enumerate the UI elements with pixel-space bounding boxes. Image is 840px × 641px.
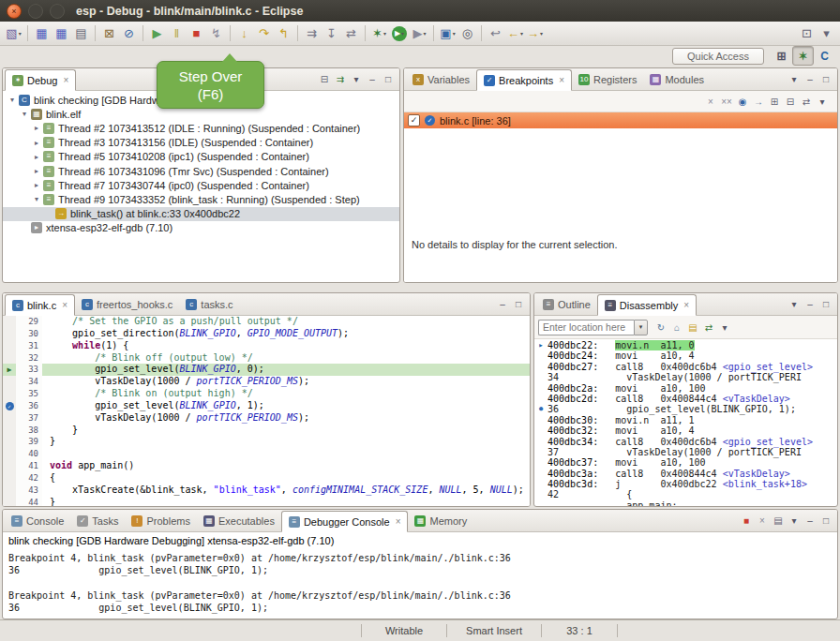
tab-modules[interactable]: ▦Modules [643,69,711,90]
tab-breakpoints[interactable]: ✓Breakpoints× [476,69,572,91]
editor-line[interactable]: 34 vTaskDelay(1000 / portTICK_PERIOD_MS)… [3,376,530,388]
editor-marker-bar[interactable] [3,472,16,484]
editor-line[interactable]: 32 /* Blink off (output low) */ [3,352,530,365]
quick-access-button[interactable]: Quick Access [672,48,764,65]
editor-marker-bar[interactable] [3,448,16,460]
tab-registers[interactable]: 10Registers [572,69,643,90]
editor-marker-bar[interactable] [3,484,16,497]
editor-marker-bar[interactable] [3,436,16,448]
breakpoint-checkbox[interactable]: ✓ [408,114,420,127]
console-output[interactable]: Breakpoint 4, blink_task (pvParameter=0x… [3,546,837,619]
close-tab-icon[interactable]: × [683,300,689,310]
minimize-icon[interactable]: – [495,297,510,312]
editor-line[interactable]: ▶33 gpio_set_level(BLINK_GPIO, 0); [3,364,530,376]
editor-marker-bar[interactable] [3,316,16,328]
new-cpp-project-icon[interactable]: ▣▾ [439,24,457,43]
editor-line[interactable]: 42{ [3,472,530,484]
editor-line[interactable]: 30 gpio_set_direction(BLINK_GPIO, GPIO_M… [3,328,530,340]
close-tab-icon[interactable]: × [62,300,68,310]
back-icon[interactable]: ←▾ [506,24,524,43]
sync-active-context-icon[interactable]: ⇄ [701,320,716,335]
new-wizard-icon[interactable]: ▧▾ [5,24,22,43]
clear-console-icon[interactable]: ▤ [771,514,786,529]
minimize-icon[interactable]: – [802,297,818,312]
show-source-icon[interactable]: ▤ [685,320,700,335]
editor-line[interactable]: 41void app_main() [3,460,530,472]
terminate-console-icon[interactable]: ■ [739,514,754,529]
close-tab-icon[interactable]: × [396,516,401,527]
last-edit-location-icon[interactable]: ↩ [487,24,504,43]
debug-tree-item[interactable]: ▸≡Thread #2 1073413512 (IDLE : Running) … [3,121,399,135]
editor-line[interactable]: 43 xTaskCreate(&blink_task, "blink_task"… [3,484,530,497]
tree-expander-icon[interactable]: ▸ [31,124,42,132]
drop-to-frame-icon[interactable]: ↧ [322,24,340,43]
debug-tree-item[interactable]: ▸≡Thread #5 1073410208 (ipc1) (Suspended… [3,150,399,164]
tab-executables[interactable]: ▦Executables [197,511,281,531]
disassembly-row[interactable]: 400dbc30: movi.n a11, 1 [534,415,837,425]
disassembly-row[interactable]: 37 vTaskDelay(1000 / portTICK_PERI [534,447,837,457]
run-icon[interactable]: ▶▾ [392,26,407,41]
toolbar-overflow-icon[interactable]: ▾ [818,24,835,43]
disassembly-row[interactable]: 42 { [534,489,837,499]
disassembly-row[interactable]: app_main: [534,500,837,506]
build-icon[interactable]: ⊠ [100,24,118,43]
minimize-button[interactable] [28,4,43,19]
debug-tree-item[interactable]: ▸≡Thread #7 1073430744 (ipc0) (Suspended… [3,178,399,192]
editor-line[interactable]: 35 /* Blink on (output high) */ [3,388,530,400]
remove-breakpoint-icon[interactable]: × [703,94,718,109]
disconnect-icon[interactable]: ↯ [207,24,225,43]
editor-marker-bar[interactable] [3,340,16,352]
editor-marker-bar[interactable] [3,352,16,365]
search-icon[interactable]: ◎ [458,24,476,43]
editor-marker-bar[interactable] [3,497,16,506]
editor-line[interactable]: 44} [3,497,530,506]
editor-marker-bar[interactable] [3,376,16,388]
editor-line[interactable]: 29 /* Set the GPIO as a push/pull output… [3,316,530,328]
collapse-all-icon[interactable]: ⊟ [783,94,798,109]
disassembly-menu-icon[interactable]: ▾ [717,320,732,335]
breakpoint-row[interactable]: ✓ ✓ blink.c [line: 36] [404,112,837,128]
disassembly-row[interactable]: 400dbc37: movi a10, 100 [534,457,837,468]
debug-tree-item[interactable]: ▸xtensa-esp32-elf-gdb (7.10) [3,221,399,235]
breakpoints-menu-icon[interactable]: ▾ [815,94,830,109]
maximize-icon[interactable]: □ [818,514,833,529]
debug-tree-item[interactable]: →blink_task() at blink.c:33 0x400dbc22 [3,207,399,221]
editor-marker-bar[interactable] [3,388,16,400]
maximize-icon[interactable]: □ [381,72,396,87]
tab-variables[interactable]: xVariables [406,69,476,90]
disassembly-row[interactable]: 400dbc3d: j 0x400dbc22 <blink_task+18> [534,479,837,489]
location-dropdown-icon[interactable]: ▾ [634,320,648,335]
step-return-icon[interactable]: ↰ [275,24,292,43]
debug-perspective-button[interactable]: ✶ [792,46,814,66]
tab-disassembly[interactable]: ≡Disassembly× [597,294,697,316]
disassembly-row[interactable]: 400dbc3a: call8 0x400844c4 <vTaskDelay> [534,469,837,479]
tab-console[interactable]: ≡Console [5,511,70,531]
location-input[interactable] [538,320,634,335]
tree-expander-icon[interactable]: ▸ [31,181,42,189]
titlebar[interactable]: × esp - Debug - blink/main/blink.c - Ecl… [0,0,840,22]
step-filters-icon[interactable]: ⇄ [342,24,360,43]
editor-marker-bar[interactable] [3,460,16,472]
disassembly-row[interactable]: 400dbc27: call8 0x400dc6b4 <gpio_set_lev… [534,362,837,372]
resume-icon[interactable]: ▶ [148,24,166,43]
tree-expander-icon[interactable]: ▸ [31,139,42,147]
editor-marker-bar[interactable] [3,412,16,425]
editor-marker-bar[interactable] [3,425,16,437]
tab-tasks[interactable]: ✓Tasks [70,511,125,531]
editor-line[interactable]: 38 } [3,425,530,437]
save-icon[interactable]: ▦ [33,24,51,43]
open-perspective-icon[interactable]: ⊞ [771,46,792,66]
minimize-icon[interactable]: – [802,72,818,87]
forward-icon[interactable]: →▾ [526,24,544,43]
home-icon[interactable]: ⌂ [669,320,684,335]
disassembly-row[interactable]: 400dbc2d: call8 0x400844c4 <vTaskDelay> [534,394,837,404]
debug-tree-item[interactable]: ▸≡Thread #3 1073413156 (IDLE) (Suspended… [3,136,399,150]
close-tab-icon[interactable]: × [559,75,564,85]
tab-blink-c[interactable]: cblink.c× [5,294,75,316]
collapse-all-icon[interactable]: ⊟ [317,72,332,87]
disassembly-listing[interactable]: ▸400dbc22: movi.n a11, 0400dbc24: movi a… [534,339,837,506]
suspend-icon[interactable]: ‖ [168,24,186,43]
instruction-stepping-mode-icon[interactable]: ⇉ [333,72,348,87]
print-icon[interactable]: ▤ [72,24,90,43]
disassembly-row[interactable]: 400dbc2a: movi a10, 100 [534,383,837,394]
